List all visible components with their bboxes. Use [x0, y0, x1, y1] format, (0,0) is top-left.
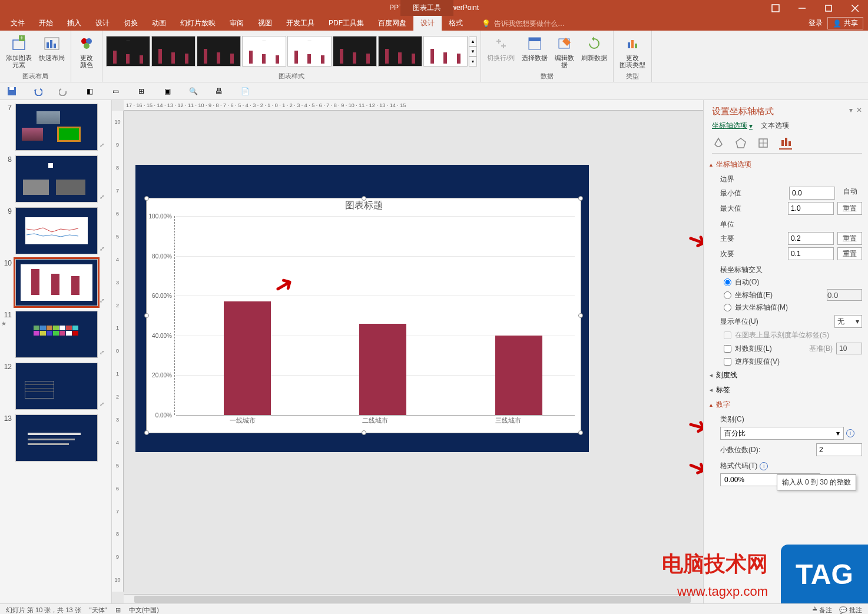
undo-icon[interactable] [32, 85, 44, 97]
axis-options-icon[interactable] [779, 137, 792, 150]
radio-cross-max[interactable] [724, 304, 731, 311]
chart-style-5[interactable]: — [287, 36, 332, 67]
qat-btn-4[interactable]: ◧ [84, 85, 95, 97]
status-accessibility-icon[interactable]: ⊞ [115, 606, 121, 614]
slide-thumb-11[interactable]: ★11⤢ [0, 308, 111, 360]
chart-style-2[interactable] [151, 36, 196, 67]
change-chart-type-button[interactable]: 更改 图表类型 [617, 33, 648, 69]
chart-style-3[interactable] [197, 36, 241, 67]
tab-design[interactable]: 设计 [88, 16, 117, 31]
tab-review[interactable]: 审阅 [223, 16, 251, 31]
chart-object[interactable]: 图表标题 100.00% 80.00% 60.00% 40.00% 20.00%… [146, 198, 581, 433]
tab-baidu-netdisk[interactable]: 百度网盘 [371, 16, 413, 31]
chart-style-8[interactable] [423, 36, 468, 67]
gallery-down-button[interactable]: ▼ [469, 47, 477, 57]
slide-panel[interactable]: 7⤢ 8⤢ 9⤢ 10⤢ ★11⤢ 12⤢ 13 [0, 100, 112, 603]
qat-btn-6[interactable]: ⊞ [135, 85, 147, 97]
info-icon[interactable]: i [846, 429, 854, 437]
tell-me-search[interactable]: 💡 [482, 19, 600, 28]
subtab-text-options[interactable]: 文本选项 [761, 121, 789, 131]
tab-animations[interactable]: 动画 [145, 16, 173, 31]
tab-file[interactable]: 文件 [4, 16, 32, 31]
size-properties-icon[interactable] [757, 137, 770, 150]
chart-y-axis[interactable]: 100.00% 80.00% 60.00% 40.00% 20.00% 0.00… [148, 216, 175, 415]
qat-btn-7[interactable]: ▣ [161, 85, 173, 97]
slide-thumb-8[interactable]: 8⤢ [0, 153, 111, 205]
chart-bar-3[interactable] [495, 336, 542, 415]
save-icon[interactable] [6, 85, 18, 97]
section-axis-options[interactable]: ▲坐标轴选项 [708, 160, 862, 170]
chart-style-1[interactable]: — [106, 36, 150, 67]
select-data-button[interactable]: 选择数据 [519, 33, 550, 62]
btn-reset-max[interactable]: 重置 [837, 202, 862, 215]
slide-canvas[interactable]: 图表标题 100.00% 80.00% 60.00% 40.00% 20.00%… [135, 165, 589, 452]
gallery-up-button[interactable]: ▲ [469, 36, 477, 47]
slide-thumb-12[interactable]: 12⤢ [0, 360, 111, 412]
tab-transitions[interactable]: 切换 [117, 16, 145, 31]
slide-canvas-area[interactable]: 17 · 16 · 15 · 14 · 13 · 12 · 11 · 10 · … [112, 100, 703, 603]
add-chart-element-button[interactable]: + 添加图表 元素 [4, 33, 34, 69]
input-max[interactable] [788, 202, 834, 215]
tab-pdf-tools[interactable]: PDF工具集 [322, 16, 371, 31]
tab-chart-design[interactable]: 设计 [413, 16, 442, 31]
redo-icon[interactable] [58, 85, 69, 97]
subtab-axis-options[interactable]: 坐标轴选项 ▾ [712, 121, 753, 131]
qat-btn-8[interactable]: 🔍 [187, 85, 199, 97]
section-ticks[interactable]: ▲刻度线 [708, 370, 862, 380]
tab-insert[interactable]: 插入 [60, 16, 88, 31]
close-icon[interactable] [842, 0, 868, 16]
btn-reset-minor[interactable]: 重置 [837, 247, 862, 260]
qat-btn-5[interactable]: ▭ [110, 85, 121, 97]
input-cross-value[interactable] [827, 289, 862, 301]
info-icon[interactable]: i [760, 462, 768, 470]
radio-cross-value[interactable] [724, 291, 731, 299]
qat-btn-9[interactable]: 🖶 [213, 85, 225, 97]
fill-line-icon[interactable] [712, 137, 725, 150]
tab-view[interactable]: 视图 [251, 16, 279, 31]
login-link[interactable]: 登录 [809, 18, 823, 28]
section-labels[interactable]: ▲标签 [708, 385, 862, 395]
section-number[interactable]: ▲数字 [708, 400, 862, 410]
gallery-more-button[interactable]: ▾ [469, 57, 477, 67]
ribbon-display-options-icon[interactable] [762, 0, 789, 16]
check-log-scale[interactable] [724, 345, 731, 353]
tab-home[interactable]: 开始 [32, 16, 60, 31]
input-minor[interactable] [788, 247, 834, 260]
select-display-unit[interactable]: 无▾ [834, 315, 862, 328]
tab-developer[interactable]: 开发工具 [279, 16, 322, 31]
edit-data-button[interactable]: 编辑数 据 [552, 33, 577, 69]
switch-row-col-button[interactable]: 切换行/列 [485, 33, 517, 62]
btn-reset-major[interactable]: 重置 [837, 232, 862, 245]
input-decimals[interactable] [816, 443, 862, 456]
quick-layout-button[interactable]: 快速布局 [37, 33, 67, 62]
status-notes[interactable]: ≜ 备注 [812, 606, 832, 614]
input-major[interactable] [788, 232, 834, 245]
tell-me-input[interactable] [494, 19, 600, 28]
check-reverse[interactable] [724, 358, 731, 366]
slide-thumb-7[interactable]: 7⤢ [0, 101, 111, 153]
chart-style-4[interactable]: — [242, 36, 286, 67]
share-button[interactable]: 👤共享 [827, 17, 863, 29]
status-comments[interactable]: 💬 批注 [839, 606, 862, 614]
pane-options-icon[interactable]: ▾ [849, 106, 853, 114]
chart-bar-2[interactable] [359, 324, 406, 415]
slide-thumb-9[interactable]: 9⤢ [0, 205, 111, 257]
chart-style-6[interactable] [333, 36, 377, 67]
pane-close-icon[interactable]: ✕ [856, 106, 862, 114]
chart-bar-1[interactable] [224, 301, 271, 415]
chart-plot-area[interactable]: 100.00% 80.00% 60.00% 40.00% 20.00% 0.00… [176, 216, 575, 415]
slide-thumb-10[interactable]: 10⤢ [0, 257, 111, 308]
select-category[interactable]: 百分比▾ [720, 427, 844, 440]
qat-btn-10[interactable]: 📄 [239, 85, 251, 97]
minimize-icon[interactable] [789, 0, 815, 16]
radio-cross-auto[interactable] [724, 278, 731, 286]
chart-x-axis[interactable]: 一线城市 二线城市 三线城市 [176, 416, 575, 428]
input-min[interactable] [789, 187, 835, 200]
tab-slideshow[interactable]: 幻灯片放映 [173, 16, 223, 31]
refresh-data-button[interactable]: 刷新数据 [579, 33, 609, 62]
horizontal-scrollbar[interactable] [124, 594, 703, 603]
change-colors-button[interactable]: 更改 颜色 [75, 33, 98, 69]
tab-chart-format[interactable]: 格式 [442, 16, 470, 31]
slide-thumb-13[interactable]: 13 [0, 412, 111, 464]
effects-icon[interactable] [734, 137, 747, 150]
